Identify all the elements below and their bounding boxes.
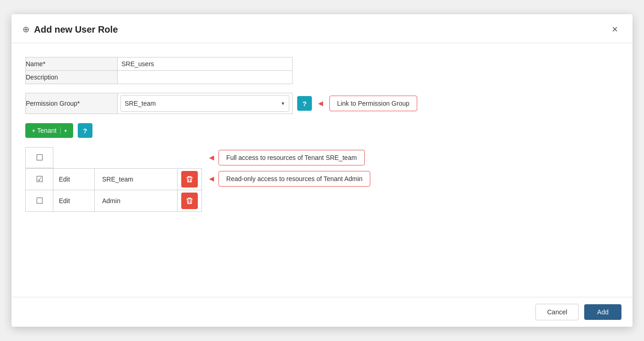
header-checkbox-cell: ☐ (26, 148, 53, 168)
permission-group-input-cell: SRE_team ▾ (118, 93, 293, 114)
callout-row-2: ◄ Read-only access to resources of Tenan… (207, 168, 370, 189)
row1-delete-cell (178, 169, 202, 190)
description-input-cell (118, 71, 293, 84)
table-row: ☐ Edit Admin (26, 190, 202, 212)
close-button[interactable]: × (608, 23, 621, 36)
dialog-footer: Cancel Add (12, 297, 632, 327)
dialog-title-row: ⊕ Add new User Role (23, 24, 118, 35)
row2-tenant-name: Admin (102, 197, 121, 205)
dialog-body: Name* Description Permission Group* (12, 43, 632, 297)
description-label: Description (26, 71, 118, 84)
tenant-help-button[interactable]: ? (78, 123, 92, 138)
name-input-cell (118, 57, 293, 71)
callout-arrow-permission: ◄ (316, 99, 325, 108)
tenant-table-wrapper: ☐ ☑ Edit (25, 147, 202, 219)
permission-group-row: Permission Group* SRE_team ▾ (26, 93, 293, 114)
admin-tenant-callout: Read-only access to resources of Tenant … (218, 171, 370, 187)
add-user-role-dialog: ⊕ Add new User Role × Name* Description (12, 14, 632, 327)
description-input[interactable] (118, 71, 292, 84)
row1-name-cell: SRE_team (95, 169, 178, 190)
row1-checkbox-icon[interactable]: ☑ (36, 174, 43, 184)
row1-tenant-name: SRE_team (102, 176, 133, 183)
row1-edit-link[interactable]: Edit (59, 176, 70, 183)
add-tenant-button[interactable]: + Tenant ▾ (25, 123, 73, 138)
permission-group-select[interactable]: SRE_team (121, 96, 277, 111)
table-row: ☑ Edit SRE_team (26, 169, 202, 190)
tenant-section: + Tenant ▾ ? (25, 123, 619, 138)
permission-group-select-wrapper: SRE_team ▾ (121, 95, 289, 112)
tenant-callouts-column: ◄ Full access to resources of Tenant SRE… (207, 147, 370, 189)
row1-delete-button[interactable] (181, 171, 198, 188)
name-label: Name* (26, 57, 118, 71)
header-checkbox-unchecked-icon: ☐ (36, 153, 43, 163)
dialog-header: ⊕ Add new User Role × (12, 14, 632, 43)
permission-group-actions: ? ◄ Link to Permission Group (297, 96, 417, 111)
row2-checkbox-icon[interactable]: ☐ (36, 196, 43, 206)
callout-arrow-sre: ◄ (207, 153, 216, 163)
description-row: Description (26, 71, 293, 84)
add-tenant-caret-icon: ▾ (64, 128, 67, 133)
row2-delete-button[interactable] (181, 193, 198, 209)
row2-delete-cell (178, 190, 202, 212)
dialog-title: Add new User Role (34, 24, 118, 35)
cancel-button[interactable]: Cancel (535, 304, 579, 320)
row2-checkbox-cell: ☐ (26, 190, 53, 212)
callout-row-1: ◄ Full access to resources of Tenant SRE… (207, 147, 370, 168)
row1-checkbox-cell: ☑ (26, 169, 53, 190)
name-row: Name* (26, 57, 293, 71)
row1-edit-cell: Edit (53, 169, 95, 190)
tenant-header-row: ☐ (26, 148, 53, 168)
add-tenant-button-label: + Tenant (32, 127, 57, 134)
permission-group-table: Permission Group* SRE_team ▾ (25, 93, 293, 114)
form-table: Name* Description (25, 57, 293, 84)
tenant-rows-container: ☐ ☑ Edit (25, 147, 619, 219)
chevron-down-icon: ▾ (277, 100, 289, 107)
move-icon: ⊕ (23, 24, 29, 34)
permission-group-help-button[interactable]: ? (297, 96, 312, 111)
trash-icon (186, 197, 193, 205)
add-tenant-button-divider (60, 127, 61, 134)
row2-name-cell: Admin (95, 190, 178, 212)
trash-icon (186, 176, 193, 183)
tenant-data-table: ☑ Edit SRE_team (25, 168, 202, 212)
permission-group-label: Permission Group* (26, 93, 118, 114)
tenant-header-table: ☐ (25, 147, 53, 168)
callout-arrow-admin: ◄ (207, 174, 216, 184)
row2-edit-cell: Edit (53, 190, 95, 212)
row2-edit-link[interactable]: Edit (59, 197, 70, 205)
permission-group-callout: Link to Permission Group (329, 96, 417, 111)
add-button[interactable]: Add (584, 304, 621, 320)
name-input[interactable] (118, 57, 292, 70)
sre-tenant-callout: Full access to resources of Tenant SRE_t… (218, 150, 365, 165)
